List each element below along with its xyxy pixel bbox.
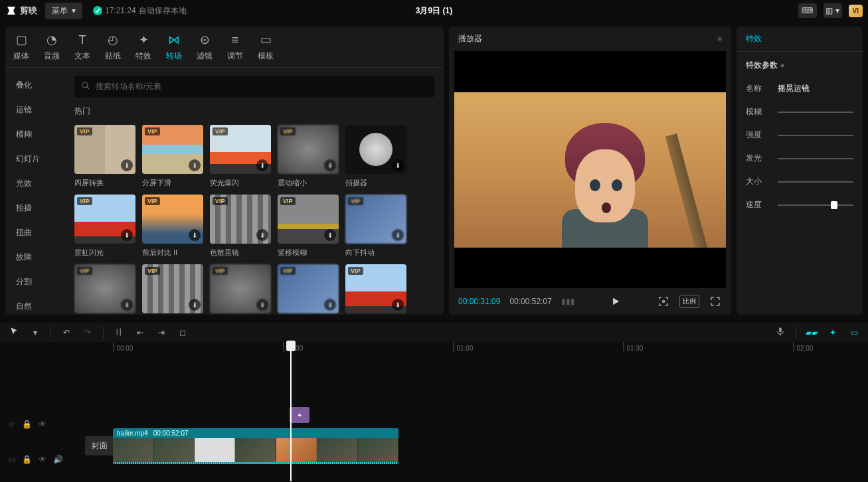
category-item[interactable]: 运镜	[5, 98, 65, 122]
tab-7[interactable]: ≡调节	[227, 32, 243, 67]
lock-icon[interactable]: 🔒	[22, 455, 32, 464]
download-icon[interactable]: ⬇	[324, 159, 336, 171]
asset-item[interactable]: VIP⬇向下抖动	[345, 195, 406, 258]
redo-button[interactable]: ↷	[82, 328, 94, 337]
ratio-button[interactable]: 比例	[679, 295, 699, 308]
player-menu-icon[interactable]: ≡	[717, 35, 722, 44]
tab-5[interactable]: ⋈转场	[166, 32, 182, 67]
safe-zone-icon[interactable]	[657, 295, 670, 307]
volume-bars-icon[interactable]: ▮▮▮	[561, 297, 575, 306]
collapse-icon[interactable]: ▭	[8, 455, 15, 464]
track-2-controls[interactable]: ▭ 🔒 👁 🔊	[8, 455, 63, 464]
tab-4[interactable]: ✦特效	[135, 32, 151, 67]
asset-item[interactable]: VIP⬇竖移模糊	[278, 195, 339, 258]
download-icon[interactable]: ⬇	[392, 299, 404, 311]
eye-icon[interactable]: 👁	[39, 455, 46, 464]
toggle-3[interactable]: ▭	[848, 328, 860, 337]
asset-item[interactable]: VIP⬇	[345, 264, 406, 315]
asset-item[interactable]: VIP⬇霓虹闪光	[74, 195, 135, 258]
vip-tag: VIP	[213, 127, 228, 135]
lock-icon[interactable]: 🔒	[22, 420, 32, 429]
tab-8[interactable]: ▭模板	[258, 32, 274, 67]
asset-item[interactable]: VIP⬇前后对比 II	[142, 195, 203, 258]
category-item[interactable]: 光效	[5, 171, 65, 196]
asset-item[interactable]: VIP⬇	[142, 264, 203, 315]
category-item[interactable]: 扭曲	[5, 220, 65, 245]
category-item[interactable]: 故障	[5, 245, 65, 270]
category-item[interactable]: 自然	[5, 294, 65, 315]
trim-left-tool[interactable]: ⇤	[134, 328, 146, 337]
speed-slider[interactable]	[778, 204, 853, 206]
category-item[interactable]: 模糊	[5, 122, 65, 147]
asset-item[interactable]: VIP⬇色散晃镜	[210, 195, 271, 258]
mic-icon[interactable]	[774, 327, 786, 338]
tab-icon: ◔	[44, 32, 60, 48]
download-icon[interactable]: ⬇	[392, 159, 404, 171]
undo-button[interactable]: ↶	[60, 328, 72, 337]
download-icon[interactable]: ⬇	[392, 229, 404, 241]
toggle-2[interactable]: ✦	[827, 328, 839, 337]
video-clip[interactable]: trailer.mp4 00:00:52:07	[113, 428, 398, 464]
tab-2[interactable]: T文本	[74, 32, 90, 67]
eye-icon[interactable]: 👁	[39, 420, 46, 429]
download-icon[interactable]: ⬇	[121, 299, 133, 311]
split-tool[interactable]: 〢	[113, 327, 125, 338]
pointer-tool[interactable]	[8, 327, 20, 338]
asset-item[interactable]: VIP⬇震动缩小	[278, 125, 339, 188]
video-preview[interactable]	[454, 51, 726, 288]
tab-1[interactable]: ◔音频	[44, 32, 60, 67]
asset-item[interactable]: VIP⬇四屏转换	[74, 125, 135, 188]
tab-icon: ◴	[105, 32, 121, 48]
tab-label: 模板	[258, 50, 274, 62]
effect-clip[interactable]: ✦	[290, 407, 309, 423]
menu-button[interactable]: 菜单 ▾	[45, 3, 82, 19]
timeline-ruler[interactable]: | 00:00| 00:30| 01:00| 01:30| 02:00	[113, 342, 868, 357]
download-icon[interactable]: ⬇	[121, 229, 133, 241]
download-icon[interactable]: ⬇	[256, 299, 268, 311]
vip-tag: VIP	[145, 197, 160, 205]
asset-item[interactable]: VIP⬇	[74, 264, 135, 315]
tab-3[interactable]: ◴贴纸	[105, 32, 121, 67]
category-item[interactable]: 分割	[5, 270, 65, 294]
download-icon[interactable]: ⬇	[256, 159, 268, 171]
search-input[interactable]: 搜索转场名称/元素	[74, 76, 434, 98]
intensity-slider[interactable]	[778, 135, 853, 136]
playhead[interactable]	[290, 342, 292, 481]
blur-slider[interactable]	[778, 112, 853, 113]
keyboard-icon[interactable]: ⌨	[798, 3, 817, 18]
asset-name: 色散晃镜	[210, 248, 271, 258]
category-item[interactable]: 叠化	[5, 73, 65, 98]
toggle-1[interactable]: ▰▰	[806, 328, 818, 337]
cover-button[interactable]: 封面	[85, 436, 114, 455]
layout-icon[interactable]: ▥ ▾	[824, 3, 842, 18]
download-icon[interactable]: ⬇	[324, 299, 336, 311]
asset-item[interactable]: VIP⬇荧光爆闪	[210, 125, 271, 188]
asset-item[interactable]: VIP⬇	[278, 264, 339, 315]
audio-icon[interactable]: 🔊	[53, 455, 63, 464]
download-icon[interactable]: ⬇	[324, 229, 336, 241]
tab-6[interactable]: ⊝滤镜	[197, 32, 213, 67]
crop-tool[interactable]: ◻	[177, 328, 189, 337]
track-1-controls[interactable]: ☆ 🔒 👁	[8, 420, 46, 429]
download-icon[interactable]: ⬇	[256, 229, 268, 241]
chevron-down-icon[interactable]: ▾	[29, 328, 41, 337]
fullscreen-icon[interactable]	[709, 296, 722, 307]
glow-slider[interactable]	[778, 158, 853, 159]
size-slider[interactable]	[778, 181, 853, 183]
download-icon[interactable]: ⬇	[189, 229, 201, 241]
tab-0[interactable]: ▢媒体	[13, 32, 29, 67]
star-icon[interactable]: ☆	[8, 420, 15, 429]
download-icon[interactable]: ⬇	[189, 299, 201, 311]
play-button[interactable]	[609, 296, 622, 307]
check-icon	[93, 6, 102, 15]
category-item[interactable]: 幻灯片	[5, 147, 65, 171]
vip-badge[interactable]: VI	[849, 5, 863, 17]
asset-item[interactable]: ⬇拍摄器	[345, 125, 406, 188]
category-item[interactable]: 拍摄	[5, 196, 65, 220]
download-icon[interactable]: ⬇	[189, 159, 201, 171]
asset-item[interactable]: VIP⬇分屏下滑	[142, 125, 203, 188]
trim-right-tool[interactable]: ⇥	[155, 328, 167, 337]
download-icon[interactable]: ⬇	[121, 159, 133, 171]
asset-item[interactable]: VIP⬇	[210, 264, 271, 315]
param-name-value: 摇晃运镜	[778, 83, 810, 94]
